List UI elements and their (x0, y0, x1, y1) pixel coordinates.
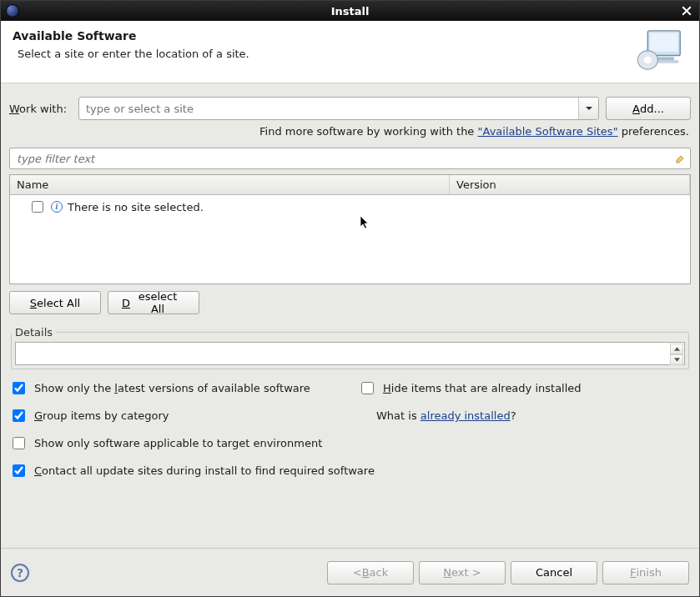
target-env-input[interactable] (13, 437, 25, 449)
options-grid: Show only the latest versions of availab… (9, 379, 691, 479)
chevron-down-icon (585, 104, 593, 113)
filter-field[interactable] (9, 148, 691, 169)
group-by-category-input[interactable] (13, 409, 25, 422)
wizard-header: Available Software Select a site or ente… (1, 21, 699, 83)
hide-installed-input[interactable] (361, 382, 374, 394)
cancel-button[interactable]: Cancel (511, 561, 597, 584)
column-name[interactable]: Name (10, 175, 450, 194)
back-button[interactable]: < Back (327, 561, 414, 584)
details-legend: Details (12, 326, 56, 339)
spin-up[interactable] (670, 344, 683, 354)
work-with-label: Work with: (9, 103, 72, 115)
details-spinner[interactable] (670, 344, 683, 365)
table-row[interactable]: i There is no site selected. (10, 195, 690, 218)
info-icon: i (51, 201, 63, 213)
window-title: Install (1, 5, 699, 18)
contact-update-sites-checkbox[interactable]: Contact all update sites during install … (9, 462, 691, 479)
details-group: Details (11, 326, 689, 369)
clear-filter-button[interactable] (672, 151, 687, 166)
help-icon: ? (17, 566, 23, 579)
software-table: Name Version i There is no site selected… (9, 174, 691, 284)
spin-down[interactable] (670, 354, 683, 365)
install-software-icon (636, 29, 687, 71)
show-latest-input[interactable] (13, 382, 25, 394)
already-installed-question: What is already installed? (358, 409, 691, 422)
help-line: Find more software by working with the "… (9, 120, 691, 148)
hide-installed-checkbox[interactable]: Hide items that are already installed (358, 379, 691, 397)
target-env-checkbox[interactable]: Show only software applicable to target … (9, 434, 691, 452)
eraser-icon (674, 153, 684, 163)
work-with-input[interactable] (79, 99, 578, 118)
work-with-row: Work with: Add... (9, 97, 691, 120)
help-button[interactable]: ? (11, 564, 29, 582)
group-by-category-checkbox[interactable]: Group items by category (9, 407, 351, 424)
finish-button[interactable]: Finish (602, 561, 689, 584)
svg-rect-1 (650, 33, 677, 52)
column-version[interactable]: Version (450, 175, 690, 194)
already-installed-link[interactable]: already installed (421, 409, 511, 422)
header-title: Available Software (13, 29, 627, 43)
work-with-combo[interactable] (78, 97, 599, 120)
row-text: There is no site selected. (68, 201, 204, 213)
triangle-down-icon (674, 358, 680, 362)
install-dialog: Install Available Software Select a site… (0, 0, 700, 597)
contact-update-sites-input[interactable] (13, 464, 25, 477)
selection-buttons: Select All Deselect All (9, 291, 691, 314)
next-button[interactable]: Next > (419, 561, 506, 584)
header-subtitle: Select a site or enter the location of a… (18, 48, 627, 60)
filter-input[interactable] (10, 149, 672, 168)
deselect-all-button[interactable]: Deselect All (108, 291, 199, 314)
show-latest-checkbox[interactable]: Show only the latest versions of availab… (9, 379, 351, 397)
table-header: Name Version (10, 175, 690, 195)
footer: ? < Back Next > Cancel Finish (1, 548, 699, 596)
svg-point-5 (644, 57, 652, 63)
select-all-button[interactable]: Select All (9, 291, 101, 314)
table-body: i There is no site selected. (10, 195, 690, 283)
add-button[interactable]: Add... (606, 97, 691, 120)
row-checkbox[interactable] (32, 201, 43, 213)
work-with-dropdown-button[interactable] (578, 98, 598, 119)
available-sites-link[interactable]: "Available Software Sites" (478, 125, 618, 138)
title-bar: Install (1, 1, 699, 21)
triangle-up-icon (674, 347, 680, 351)
details-text[interactable] (15, 342, 685, 365)
